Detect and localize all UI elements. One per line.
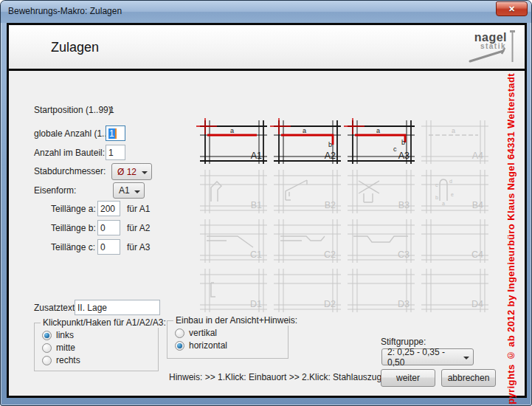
radio-option-mitte[interactable]: mitte	[42, 343, 158, 353]
zusatztext-label: Zusatztext:	[34, 303, 77, 313]
radio-option-links[interactable]: links	[42, 330, 158, 340]
svg-text:b: b	[401, 139, 405, 146]
svg-text:D3: D3	[398, 299, 410, 309]
chevron-down-icon	[142, 171, 148, 177]
titlebar[interactable]: Bewehrungs-Makro: Zulagen	[1, 1, 531, 23]
logo-text-statik: statik	[480, 42, 506, 50]
chevron-down-icon	[463, 357, 469, 362]
svg-text:D2: D2	[324, 299, 336, 309]
radio-icon	[42, 331, 52, 340]
teillaenge-b-input[interactable]: 0	[97, 220, 120, 235]
teillaenge-a-suffix: für A1	[127, 204, 150, 214]
dialog-window: Bewehrungs-Makro: Zulagen ✕ Zulagen nage…	[0, 0, 532, 406]
teillaenge-b-label: Teillänge b:	[51, 223, 96, 233]
radio-label: vertikal	[189, 328, 217, 338]
svg-text:C3: C3	[398, 250, 410, 260]
stiftgruppe-value: 2: 0,25 - 0,35 - 0,50	[387, 347, 463, 368]
klickpunkt-group: Klickpunkt/Haken für A1/A2/A3: linksmitt…	[34, 323, 159, 371]
svg-text:C1: C1	[250, 250, 262, 260]
teillaenge-a-input[interactable]: 200	[97, 201, 120, 216]
teillaenge-c-label: Teillänge c:	[51, 242, 95, 252]
radio-option-rechts[interactable]: rechts	[42, 355, 158, 365]
svg-text:B4: B4	[472, 200, 483, 210]
eisenform-value: A1	[119, 185, 130, 196]
teillaenge-a-value: 200	[100, 204, 115, 214]
svg-text:a: a	[230, 127, 234, 134]
stabdurchmesser-label: Stabdurchmesser:	[34, 166, 106, 176]
header: Zulagen nagel statik	[9, 25, 525, 71]
svg-text:a: a	[376, 127, 380, 134]
stabdurchmesser-select[interactable]: Ø 12	[111, 163, 152, 180]
eisenform-cell-D3[interactable]: D3	[343, 264, 417, 313]
teillaenge-b-value: 0	[100, 223, 106, 233]
radio-icon	[42, 343, 52, 353]
einbau-group-title: Einbau in der Ansicht+Hinweis:	[173, 315, 300, 326]
radio-label: horizontal	[189, 340, 227, 351]
startposition-value: 1	[109, 105, 114, 115]
page-title: Zulagen	[51, 25, 99, 69]
eisenform-cell-A2[interactable]: abA2	[269, 115, 343, 165]
abbrechen-button[interactable]: abbrechen	[441, 369, 496, 387]
teillaenge-c-input[interactable]: 0	[97, 239, 120, 255]
svg-text:A2: A2	[325, 151, 336, 161]
globale-anzahl-value: 1	[108, 128, 117, 139]
svg-text:e: e	[451, 192, 454, 197]
close-button[interactable]: ✕	[496, 1, 528, 16]
anzahl-bauteil-input[interactable]: 1	[106, 145, 125, 160]
globale-anzahl-input[interactable]: 1	[106, 125, 125, 141]
eisenform-cell-C3[interactable]: C3	[343, 214, 417, 264]
radio-option-horizontal[interactable]: horizontal	[175, 340, 288, 351]
copyright-text: Copyrights © ab 2012 by Ingenieurbüro Kl…	[505, 74, 522, 406]
radio-option-vertikal[interactable]: vertikal	[175, 328, 288, 338]
svg-text:b: b	[435, 195, 438, 200]
teillaenge-c-value: 0	[100, 242, 106, 252]
eisenform-grid: aA1abA2abcA3aA4B1B2B3abcdeB4C1C2C3C4D1D2…	[196, 115, 491, 313]
eisenform-cell-A1[interactable]: aA1	[196, 115, 269, 165]
eisenform-cell-D1[interactable]: D1	[196, 264, 269, 313]
eisenform-cell-D2[interactable]: D2	[269, 264, 343, 313]
stiftgruppe-label: Stiftgruppe:	[381, 337, 426, 347]
startposition-label: Startposition (1..99):	[34, 105, 114, 115]
radio-label: rechts	[56, 355, 80, 365]
svg-text:A3: A3	[398, 151, 410, 161]
nagel-statik-logo: nagel statik	[464, 30, 516, 66]
radio-icon	[42, 356, 52, 365]
eisenform-cell-A3[interactable]: abcA3	[343, 115, 417, 165]
svg-text:C4: C4	[471, 250, 483, 260]
hinweis-text: Hinweis: >> 1.Klick: Einbauort >> 2.Klic…	[169, 372, 381, 382]
svg-text:d: d	[449, 179, 452, 184]
weiter-button[interactable]: weiter	[381, 369, 435, 387]
close-icon: ✕	[508, 4, 515, 14]
anzahl-bauteil-label: Anzahl im Bauteil:	[34, 148, 105, 158]
eisenform-cell-B2[interactable]: B2	[269, 165, 343, 214]
teillaenge-c-suffix: für A3	[127, 242, 150, 252]
abbrechen-button-label: abbrechen	[448, 373, 490, 383]
radio-icon	[175, 328, 184, 338]
svg-text:a: a	[452, 127, 455, 134]
zusatztext-input[interactable]: II. Lage	[75, 300, 160, 315]
eisenform-cell-B3[interactable]: B3	[343, 165, 417, 214]
svg-text:D1: D1	[250, 299, 262, 309]
radio-label: links	[56, 330, 74, 340]
eisenform-cell-A4[interactable]: aA4	[417, 115, 491, 165]
svg-text:B2: B2	[325, 200, 336, 210]
eisenform-cell-B1[interactable]: B1	[196, 165, 269, 214]
chevron-down-icon	[134, 190, 140, 196]
svg-text:c: c	[435, 182, 438, 187]
stabdurchmesser-value: Ø 12	[117, 167, 137, 177]
eisenform-cell-C2[interactable]: C2	[269, 214, 343, 264]
svg-text:A4: A4	[472, 151, 483, 161]
eisenform-cell-D4[interactable]: D4	[417, 264, 491, 313]
svg-text:C2: C2	[324, 250, 336, 260]
teillaenge-a-label: Teillänge a:	[51, 204, 96, 214]
eisenform-label: Eisenform:	[34, 185, 76, 196]
einbau-group: Einbau in der Ansicht+Hinweis: vertikalh…	[167, 320, 289, 359]
svg-text:a: a	[303, 127, 306, 134]
eisenform-cell-C4[interactable]: C4	[417, 214, 491, 264]
stiftgruppe-select[interactable]: 2: 0,25 - 0,35 - 0,50	[381, 348, 474, 365]
eisenform-cell-B4[interactable]: abcdeB4	[417, 165, 491, 214]
eisenform-select[interactable]: A1	[113, 182, 145, 199]
weiter-button-label: weiter	[396, 373, 420, 383]
eisenform-cell-C1[interactable]: C1	[196, 214, 269, 264]
svg-text:a: a	[442, 201, 445, 206]
